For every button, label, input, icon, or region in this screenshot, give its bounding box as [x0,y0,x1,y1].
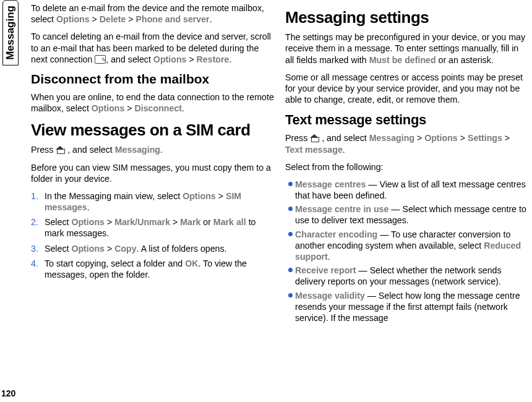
sep: > [126,14,135,24]
para-press-messaging: Press , and select Messaging. [31,144,274,155]
menu-phone-server: Phone and server [136,14,210,24]
para-cancel-delete: To cancel deleting an e-mail from the de… [31,31,274,65]
para-disconnect: When you are online, to end the data con… [31,92,274,114]
step-text: In the Messaging main view, select Optio… [45,190,274,213]
step-text: Select Options > Copy. A list of folders… [45,243,274,254]
left-column: To delete an e-mail from the device and … [31,0,274,402]
page-number: 120 [1,388,15,398]
text: . [328,252,330,262]
sep: > [186,54,196,64]
text: , and select [106,54,153,64]
sep: > [458,133,468,143]
bullet-icon [285,179,295,201]
menu-restore: Restore [197,54,230,64]
label: Receive report [295,265,356,275]
menu-mark-unmark: Mark/Unmark [114,217,170,227]
bullet-character-encoding: Character encoding — To use character co… [285,229,528,263]
bullet-icon [285,203,295,226]
menu-delete: Delete [100,14,126,24]
menu-options: Options [182,191,216,201]
menu-options: Options [56,14,90,24]
side-tab: Messaging [2,0,19,66]
text: To start copying, select a folder and [45,259,185,268]
menu-text-message: Text message [285,145,343,155]
bullet-message-centre-in-use: Message centre in use — Select which mes… [285,203,528,226]
step-text: Select Options > Mark/Unmark > Mark or M… [45,216,274,239]
menu-options: Options [153,54,187,64]
step-number: 1. [31,190,45,213]
menu-options: Options [424,133,458,143]
para-select-from: Select from the following: [285,161,528,173]
text: , and select [65,145,114,155]
text: Select [45,244,71,254]
step-text: To start copying, select a folder and OK… [45,258,274,280]
menu-mark-all: Mark all [213,217,246,227]
menu-ok: OK [185,259,198,268]
text: or [200,217,213,227]
sep: > [414,133,424,143]
label: Message centre in use [295,204,388,214]
para-text-path: Press , and select Messaging > Options >… [285,132,528,155]
text: In the Messaging main view, select [45,191,182,201]
bullet-icon [285,290,295,324]
heading-disconnect: Disconnect from the mailbox [31,71,274,88]
text: . A list of folders opens. [137,244,227,254]
label-must-be-defined: Must be defined [369,55,436,65]
para-settings-intro: The settings may be preconfigured in you… [285,32,528,66]
menu-copy: Copy [114,244,136,254]
sep: > [90,14,100,24]
content-columns: To delete an e-mail from the device and … [31,0,528,402]
bullet-message-centres: Message centres — View a list of all tex… [285,179,528,201]
bullet-text: Character encoding — To use character co… [295,229,528,263]
label: Message validity [295,291,365,301]
text: Select [45,217,71,227]
para-settings-note: Some or all message centres or access po… [285,72,528,106]
menu-options: Options [71,244,105,254]
text: or an asterisk. [436,55,494,65]
menu-mark: Mark [180,217,200,227]
sep: > [124,103,134,113]
home-icon [56,146,65,154]
steps-list: 1. In the Messaging main view, select Op… [31,190,274,280]
heading-messaging-settings: Messaging settings [285,7,528,28]
text: , and select [319,133,369,143]
step-3: 3. Select Options > Copy. A list of fold… [31,243,274,254]
menu-disconnect: Disconnect [135,103,182,113]
text: Press [285,133,310,143]
sep: > [105,244,114,254]
bullet-text: Message centres — View a list of all tex… [295,179,528,201]
menu-messaging: Messaging [115,145,160,155]
para-delete-email: To delete an e-mail from the device and … [31,2,274,25]
text: Press [31,145,56,155]
bullet-text: Message validity — Select how long the m… [295,290,528,324]
right-column: Messaging settings The settings may be p… [285,0,528,402]
heading-text-message-settings: Text message settings [285,111,528,129]
bullet-list: Message centres — View a list of all tex… [285,179,528,323]
heading-sim: View messages on a SIM card [31,120,274,140]
label: Character encoding [295,229,377,239]
text: . [229,54,231,64]
text: . [343,145,345,155]
text: . [210,14,212,24]
menu-options: Options [71,217,105,227]
menu-settings: Settings [468,133,502,143]
menu-messaging: Messaging [369,133,414,143]
bullet-icon [285,265,295,287]
step-2: 2. Select Options > Mark/Unmark > Mark o… [31,216,274,239]
sep: > [170,217,180,227]
step-number: 2. [31,216,45,239]
bullet-receive-report: Receive report — Select whether the netw… [285,265,528,287]
sep: > [502,133,510,143]
text: . [87,202,90,212]
bullet-icon [285,229,295,263]
mailbox-icon [95,55,106,64]
step-number: 4. [31,258,45,280]
step-number: 3. [31,243,45,254]
step-4: 4. To start copying, select a folder and… [31,258,274,280]
home-icon [310,134,319,142]
text: . [160,145,163,155]
text: . [182,103,184,113]
bullet-text: Message centre in use — Select which mes… [295,203,528,226]
label: Message centres [295,179,366,189]
step-1: 1. In the Messaging main view, select Op… [31,190,274,213]
